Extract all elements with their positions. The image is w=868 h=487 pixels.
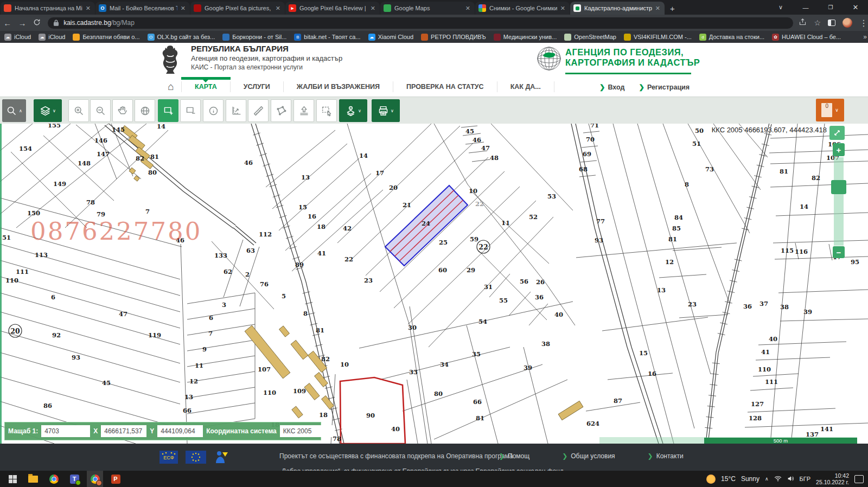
bookmarks-overflow-icon[interactable]: » — [863, 33, 867, 41]
nav-item-жалби-и-възражения[interactable]: ЖАЛБИ И ВЪЗРАЖЕНИЯ — [283, 81, 393, 92]
clock[interactable]: 10:42 25.10.2022 г. — [816, 472, 849, 485]
y-input[interactable] — [157, 425, 203, 437]
auth-link[interactable]: ❯Вход — [599, 83, 624, 91]
auth-link[interactable]: ❯Регистрация — [639, 83, 690, 91]
browser-tab[interactable]: Снимки - Google Снимки✕ — [475, 2, 570, 15]
x-input[interactable] — [101, 425, 146, 437]
volume-icon[interactable] — [787, 476, 794, 483]
tab-close-icon[interactable]: ✕ — [85, 5, 92, 12]
browser-tab[interactable]: Google Maps✕ — [380, 2, 475, 15]
zoom-out-tool-button[interactable] — [90, 99, 111, 122]
chrome-active-icon[interactable] — [87, 471, 103, 487]
bookmark-item[interactable]: Bbitak.net - Твоят са... — [294, 34, 360, 41]
browser-tab[interactable]: OMail - Бойко Веселинов Трифо✕ — [95, 2, 190, 15]
measure-area-tool-button[interactable] — [226, 99, 246, 122]
back-icon[interactable]: ← — [0, 18, 15, 28]
side-panel-icon[interactable] — [828, 20, 835, 26]
tray-chevron-icon[interactable]: ∧ — [765, 476, 769, 482]
bookmark-item[interactable]: Боркорони - от Sil... — [222, 34, 286, 41]
bookmark-item[interactable]: ☁Xiaomi Cloud — [368, 34, 413, 41]
pan-tool-button[interactable] — [112, 99, 133, 122]
browser-tab[interactable]: ▸Google Pixel 6a Review | Six We✕ — [285, 2, 380, 15]
address-bar[interactable]: kais.cadastre.bg/bg/Map — [48, 17, 793, 29]
weather-cond[interactable]: Sunny — [741, 475, 760, 483]
footer-link[interactable]: ❯Контакти — [648, 452, 684, 460]
nav-item-как-да-[interactable]: КАК ДА... — [497, 81, 554, 92]
weather-sun-icon[interactable] — [706, 475, 716, 484]
zoom-slider-track[interactable] — [834, 157, 844, 246]
browser-tab[interactable]: Кадастрално-административн✕ — [570, 2, 665, 15]
chrome-icon[interactable] — [46, 471, 62, 487]
start-button[interactable] — [4, 471, 21, 487]
zoom-in-tool-button[interactable] — [68, 99, 89, 122]
share-icon[interactable] — [799, 18, 807, 28]
reload-icon[interactable] — [30, 18, 44, 28]
bookmark-item[interactable]: ✿HUAWEI Cloud – бе... — [772, 34, 841, 41]
browser-tab[interactable]: Google Pixel 6a pictures, official✕ — [190, 2, 285, 15]
map-canvas[interactable]: 1551451414614715414882818014978791507464… — [0, 124, 868, 444]
wifi-icon[interactable] — [774, 476, 782, 483]
tab-search-icon[interactable]: ∨ — [768, 4, 793, 11]
profile-avatar[interactable] — [843, 18, 852, 28]
minimize-icon[interactable]: — — [793, 4, 818, 11]
bookmark-item[interactable]: ☁iCloud — [39, 34, 65, 41]
bookmark-label: Доставка на стоки... — [709, 34, 764, 40]
select-rect-tool-button[interactable] — [316, 99, 337, 122]
print-tool-button[interactable]: ∨ — [372, 99, 400, 122]
footer-link[interactable]: ❯Общи условия — [562, 452, 615, 460]
bookmark-item[interactable]: ☁iCloud — [4, 34, 31, 41]
nav-item-карта[interactable]: КАРТА — [181, 81, 230, 92]
globe-tool-button[interactable] — [135, 99, 155, 122]
tab-close-icon[interactable]: ✕ — [275, 5, 282, 12]
bookmark-item[interactable]: dДоставка на стоки... — [699, 34, 764, 41]
bookmark-star-icon[interactable]: ☆ — [814, 18, 821, 27]
powerpoint-icon[interactable]: P — [107, 471, 124, 487]
menu-dots-icon[interactable]: ⋮ — [859, 18, 868, 28]
bookmark-item[interactable]: OOLX.bg сайт за без... — [148, 34, 215, 41]
browser-tab[interactable]: Начална страница на Microsoft✕ — [1, 2, 95, 15]
zoom-in-button[interactable]: + — [833, 143, 845, 156]
nav-item-услуги[interactable]: УСЛУГИ — [230, 81, 283, 92]
bookmark-item[interactable]: OpenStreetMap — [564, 34, 616, 41]
zoom-rect-in-tool-button[interactable] — [158, 99, 178, 122]
maximize-icon[interactable]: ❐ — [818, 4, 843, 10]
search-tool-button[interactable]: ∧ — [2, 99, 26, 122]
footer-text: Проектът се осъществява с финансовата по… — [279, 452, 513, 460]
measure-polygon-tool-button[interactable] — [271, 99, 291, 122]
crs-select[interactable] — [280, 425, 333, 437]
parcel-number: 87 — [614, 397, 622, 405]
info-tool-button[interactable] — [203, 99, 224, 122]
parcel-number: 71 — [590, 124, 599, 129]
tab-close-icon[interactable]: ✕ — [464, 5, 471, 12]
zoom-slider-handle[interactable] — [831, 180, 846, 194]
teams-icon[interactable]: T — [66, 471, 82, 487]
identify-layers-tool-button[interactable]: ∨ — [339, 99, 367, 122]
notification-center-icon[interactable] — [854, 475, 864, 483]
nav-item-проверка-на-статус[interactable]: ПРОВЕРКА НА СТАТУС — [393, 81, 497, 92]
scale-input[interactable] — [41, 425, 90, 437]
measure-length-tool-button[interactable] — [248, 99, 269, 122]
file-explorer-icon[interactable] — [25, 471, 41, 487]
footer-link[interactable]: ❯Помощ — [499, 452, 529, 460]
tab-close-icon[interactable]: ✕ — [654, 5, 661, 12]
forward-icon[interactable]: → — [15, 18, 29, 28]
bookmark-item[interactable]: Медицински унив... — [494, 34, 557, 41]
upload-tool-button[interactable] — [293, 99, 314, 122]
parcel-number: 128 — [749, 414, 762, 422]
tab-close-icon[interactable]: ✕ — [180, 5, 187, 12]
layers-tool-button[interactable]: ∨ — [34, 99, 62, 122]
bookmark-item[interactable]: VSI4KIFILMI.COM -... — [624, 34, 692, 41]
bookmark-item[interactable]: РЕТРО ПЛОВДИВЪ — [421, 34, 486, 41]
bookmark-item[interactable]: Безплатни обяви о... — [73, 34, 139, 41]
documents-cart-button[interactable]: 0 ∨ — [816, 99, 844, 121]
zoom-rect-out-tool-button[interactable] — [180, 99, 201, 122]
close-icon[interactable]: ✕ — [843, 3, 868, 11]
language-indicator[interactable]: БГР — [800, 476, 811, 482]
tab-close-icon[interactable]: ✕ — [369, 5, 376, 12]
zoom-out-button[interactable]: − — [833, 246, 845, 258]
weather-temp[interactable]: 15°C — [721, 475, 736, 483]
tab-close-icon[interactable]: ✕ — [559, 5, 566, 12]
home-icon[interactable]: ⌂ — [161, 81, 181, 93]
fullscreen-button[interactable] — [829, 126, 845, 140]
new-tab-button[interactable]: + — [670, 4, 675, 13]
